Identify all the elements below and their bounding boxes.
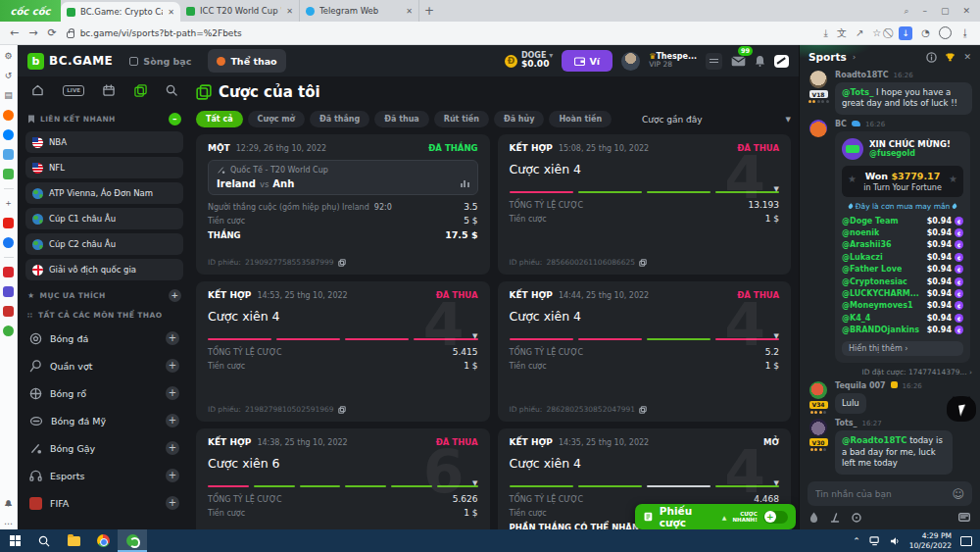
tab-bcgame[interactable]: BC.Game: Crypto Casino Gan ✕ xyxy=(61,2,180,22)
coccoc-taskbar-button[interactable] xyxy=(118,529,147,552)
winner-name[interactable]: @Cryptonesiac xyxy=(842,277,907,286)
emoji-icon[interactable]: ☺ xyxy=(952,487,964,501)
chat-username[interactable]: Tots_ xyxy=(835,419,857,427)
settings-gear-icon[interactable]: ⚙ xyxy=(3,51,14,62)
start-button[interactable] xyxy=(0,529,29,552)
reload-icon[interactable]: ⟳ xyxy=(47,26,56,39)
close-tab-icon[interactable]: ✕ xyxy=(168,8,174,17)
window-maximize-button[interactable]: ▢ xyxy=(941,6,950,16)
bet-card-combo-1508[interactable]: KẾT HỢP 15:08, 25 thg 10, 2022 ĐÃ THUA C… xyxy=(498,134,792,275)
expand-bet-icon[interactable]: ▼ xyxy=(774,185,779,193)
save-page-icon[interactable]: ⤓ xyxy=(823,27,827,39)
sport-item-american-football[interactable]: Bóng đá Mỹ+ xyxy=(25,408,183,433)
filter-open[interactable]: Cược mở xyxy=(248,111,305,127)
tiktok-icon[interactable] xyxy=(3,306,14,317)
sidebar-item-atp-vienna[interactable]: ATP Vienna, Áo Đơn Nam xyxy=(25,182,183,204)
messenger-icon[interactable] xyxy=(3,129,14,140)
download-manager-icon[interactable]: ↓ xyxy=(899,26,912,40)
expand-bet-icon[interactable]: ▼ xyxy=(774,332,779,340)
shop-icon[interactable] xyxy=(3,267,14,277)
cloud-icon[interactable] xyxy=(3,149,14,160)
sidebar-item-cup-c2[interactable]: Cúp C2 châu Âu xyxy=(25,233,183,255)
volume-icon[interactable] xyxy=(890,536,901,546)
dice-roll-icon[interactable] xyxy=(852,513,861,523)
news-icon[interactable] xyxy=(3,286,14,297)
winner-name[interactable]: @LÜČKYCHÄŘM... xyxy=(842,289,919,298)
tab-search-icon[interactable]: ⌕ xyxy=(904,6,908,17)
translate-icon[interactable]: 文 xyxy=(837,26,847,40)
chat-room-label[interactable]: Sports xyxy=(808,51,847,63)
avatar[interactable] xyxy=(809,381,827,399)
chrome-button[interactable] xyxy=(88,529,118,552)
winner-name[interactable]: @K4_4 xyxy=(842,314,870,323)
url-field[interactable]: bc.game/vi/sports?bt-path=%2Fbets xyxy=(67,28,814,38)
bet-card-combo-1453[interactable]: KẾT HỢP 14:53, 25 thg 10, 2022 ĐÃ THUA C… xyxy=(196,281,490,422)
sport-item-fifa[interactable]: FIFA+ xyxy=(25,490,183,516)
more-icon[interactable]: ⋯ xyxy=(3,519,14,529)
winner-name[interactable]: @Father Love xyxy=(842,265,902,274)
avatar[interactable] xyxy=(809,419,827,436)
match-stats-icon[interactable] xyxy=(461,180,469,187)
user-info[interactable]: ♛Thespe... VIP 28 xyxy=(649,52,697,70)
sidebar-item-nfl[interactable]: NFL xyxy=(25,157,183,178)
expand-sport-button[interactable]: + xyxy=(166,386,179,400)
home-icon[interactable] xyxy=(31,84,44,96)
chat-card-icon[interactable] xyxy=(958,513,970,522)
lock-icon[interactable] xyxy=(67,31,74,38)
chevron-right-icon[interactable]: › xyxy=(853,52,857,62)
bet-card-combo-1438[interactable]: KẾT HỢP 14:38, 25 thg 10, 2022 ĐÃ THUA C… xyxy=(196,428,490,529)
expand-sport-button[interactable]: + xyxy=(166,414,179,427)
nav-sports[interactable]: Thể thao xyxy=(208,49,285,73)
extension-icon[interactable]: ◔ xyxy=(921,27,930,38)
bookmark-star-icon[interactable]: ☆ xyxy=(872,27,881,38)
chat-message-input[interactable] xyxy=(815,489,952,499)
taskbar-search-button[interactable] xyxy=(29,529,59,552)
user-avatar[interactable] xyxy=(621,52,640,71)
expand-sport-button[interactable]: + xyxy=(166,331,179,345)
close-chat-icon[interactable]: ✕ xyxy=(963,52,971,62)
window-minimize-button[interactable]: – xyxy=(922,6,927,16)
chat-username[interactable]: Tequila 007 xyxy=(835,381,886,390)
filter-cashout[interactable]: Rút tiền xyxy=(434,111,489,127)
filter-won[interactable]: Đã thắng xyxy=(310,111,369,127)
tab-icc-t20[interactable]: ICC T20 World Cup '22 – $50 ✕ xyxy=(180,0,300,22)
sidebar-item-cup-c1[interactable]: Cúp C1 châu Âu xyxy=(25,208,183,229)
bet-card-combo-1444[interactable]: KẾT HỢP 14:44, 25 thg 10, 2022 ĐÃ THUA C… xyxy=(498,281,792,422)
chat-username[interactable]: BC xyxy=(835,120,847,128)
downloads-tray-icon[interactable]: ⭳ xyxy=(960,27,970,38)
mention-link[interactable]: @Tots_ xyxy=(842,87,873,97)
hot-news-icon[interactable] xyxy=(3,110,14,121)
inbox-button[interactable]: 99 xyxy=(731,52,746,71)
nav-casino[interactable]: Sòng bạc xyxy=(121,49,200,73)
sport-item-football[interactable]: Bóng đá+ xyxy=(25,326,183,351)
sport-item-tennis[interactable]: Quần vợt+ xyxy=(25,353,183,378)
sidebar-item-national-championship[interactable]: Giải vô địch quốc gia xyxy=(25,259,183,280)
wallet-button[interactable]: Ví xyxy=(562,50,612,72)
filter-refund[interactable]: Hoàn tiền xyxy=(549,111,612,127)
show-more-button[interactable]: Hiển thị thêm › xyxy=(842,341,963,356)
bet-slip-button[interactable]: Phiếu cược ▲ CƯỢCNHANH! xyxy=(635,504,796,529)
winner-name[interactable]: @Doge Team xyxy=(842,217,899,226)
bc-bot-avatar[interactable] xyxy=(809,120,827,137)
expand-bet-icon[interactable]: ▼ xyxy=(472,332,477,340)
taskbar-clock[interactable]: 4:29 PM 10/26/2022 xyxy=(909,531,952,551)
games-icon[interactable] xyxy=(3,169,14,179)
match-panel[interactable]: Quốc Tế - T20 World Cup Ireland vs Anh xyxy=(208,160,478,195)
rain-winner-username[interactable]: @fusegold xyxy=(869,149,951,158)
winner-name[interactable]: @Moneymoves1 xyxy=(842,301,913,310)
profile-icon[interactable] xyxy=(939,26,952,39)
currency-selector[interactable]: Ð DOGE ▾ $0.00 xyxy=(505,52,553,71)
sport-item-basketball[interactable]: Bóng rổ+ xyxy=(25,380,183,406)
winner-name[interactable]: @BRANDOjankins xyxy=(842,326,919,334)
chat-input-box[interactable]: ☺ xyxy=(808,481,972,506)
network-icon[interactable] xyxy=(869,536,881,546)
bet-card-single-won[interactable]: MỘT 12:29, 26 thg 10, 2022 ĐÃ THẮNG Quốc… xyxy=(196,134,490,275)
new-tab-button[interactable]: + xyxy=(419,0,439,22)
expand-bet-icon[interactable]: ▼ xyxy=(774,479,779,487)
window-close-button[interactable]: ✕ xyxy=(962,6,970,16)
winner-name[interactable]: @noenik xyxy=(842,228,879,237)
filter-all[interactable]: Tất cả xyxy=(196,111,243,127)
notification-bell-icon[interactable]: 🔔︎ xyxy=(3,499,14,510)
close-tab-icon[interactable]: ✕ xyxy=(406,7,413,16)
expand-sport-button[interactable]: + xyxy=(166,359,179,373)
